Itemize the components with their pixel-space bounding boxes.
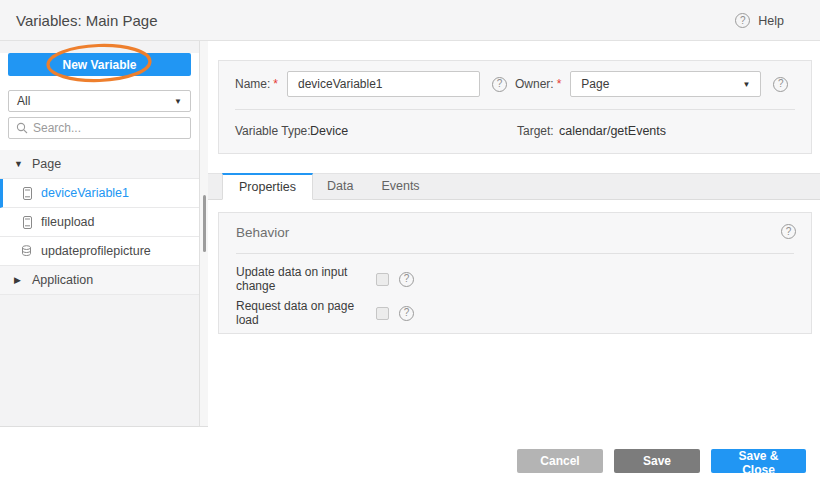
owner-selected-value: Page: [581, 77, 742, 91]
name-field-group: Name: *: [235, 71, 507, 97]
tree-item-label: deviceVariable1: [41, 186, 129, 200]
owner-select[interactable]: Page: [570, 71, 761, 97]
update-data-label: Update data on input change: [236, 265, 376, 293]
name-input[interactable]: [287, 71, 480, 97]
scrollbar-thumb[interactable]: [203, 195, 206, 252]
tab-data[interactable]: Data: [313, 174, 367, 199]
update-data-checkbox[interactable]: [376, 273, 389, 286]
update-data-help-icon[interactable]: [399, 272, 414, 287]
device-variable-icon: [21, 216, 33, 229]
request-data-label: Request data on page load: [236, 299, 376, 327]
type-target-row: Variable Type: Device Target: calendar/g…: [219, 121, 811, 141]
search-icon: [16, 122, 28, 134]
device-variable-icon: [21, 187, 33, 200]
request-data-help-icon[interactable]: [399, 306, 414, 321]
tree-item-updateprofilepicture[interactable]: updateprofilepicture: [0, 237, 199, 266]
variable-type-label: Variable Type:: [235, 121, 311, 141]
variables-tree: Page deviceVariable1 fileupload updatepr…: [0, 150, 199, 295]
tab-events[interactable]: Events: [367, 174, 433, 199]
sidebar-controls: New Variable All: [0, 53, 199, 150]
required-marker: *: [273, 77, 278, 91]
variables-sidebar: New Variable All Page deviceVar: [0, 41, 199, 427]
tab-properties[interactable]: Properties: [222, 173, 313, 200]
save-button[interactable]: Save: [614, 449, 700, 473]
detail-tabs: Properties Data Events: [208, 173, 820, 200]
search-input[interactable]: [33, 121, 188, 135]
dialog-header: Variables: Main Page Help: [0, 0, 820, 41]
tree-group-label: Page: [32, 157, 61, 171]
dialog-footer: Cancel Save Save & Close: [517, 449, 806, 473]
divider: [235, 109, 795, 110]
owner-help-icon[interactable]: [773, 77, 788, 92]
variables-dialog: Variables: Main Page Help New Variable A…: [0, 0, 820, 486]
request-data-checkbox[interactable]: [376, 307, 389, 320]
owner-label: Owner:: [515, 77, 554, 91]
help-link[interactable]: Help: [735, 0, 784, 41]
help-icon: [735, 13, 750, 28]
service-variable-icon: [21, 245, 33, 257]
variable-summary-box: Name: * Owner: * Page Variable Typ: [218, 60, 812, 154]
cancel-button[interactable]: Cancel: [517, 449, 603, 473]
collapse-icon[interactable]: [14, 159, 24, 169]
tree-item-fileupload[interactable]: fileupload: [0, 208, 199, 237]
name-help-icon[interactable]: [492, 77, 507, 92]
help-label: Help: [758, 14, 784, 28]
target-label: Target:: [517, 121, 554, 141]
name-label: Name:: [235, 77, 270, 91]
owner-field-group: Owner: * Page: [515, 71, 788, 97]
tree-group-application[interactable]: Application: [0, 266, 199, 295]
filter-selected-value: All: [17, 94, 174, 108]
save-and-close-button[interactable]: Save & Close: [711, 449, 806, 473]
tree-item-devicevariable1[interactable]: deviceVariable1: [0, 179, 199, 208]
behavior-section-title: Behavior: [236, 225, 289, 240]
sidebar-scrollbar: [199, 41, 208, 427]
target-value: calendar/getEvents: [559, 121, 666, 141]
expand-icon[interactable]: [14, 275, 24, 285]
tree-group-label: Application: [32, 273, 93, 287]
tree-item-label: updateprofilepicture: [41, 244, 151, 258]
tree-group-page[interactable]: Page: [0, 150, 199, 179]
request-data-option-row: Request data on page load: [236, 305, 414, 321]
divider: [236, 253, 794, 254]
chevron-down-icon: [742, 80, 750, 89]
chevron-down-icon: [174, 97, 182, 106]
tree-item-label: fileupload: [41, 215, 95, 229]
name-owner-row: Name: * Owner: * Page: [219, 71, 811, 97]
search-box: [8, 117, 191, 139]
behavior-help-icon[interactable]: [781, 224, 796, 239]
variable-type-value: Device: [310, 121, 348, 141]
variable-filter-select[interactable]: All: [8, 90, 191, 112]
page-title: Variables: Main Page: [16, 0, 157, 41]
behavior-section: Behavior Update data on input change Req…: [218, 212, 812, 334]
required-marker: *: [557, 77, 562, 91]
new-variable-button[interactable]: New Variable: [8, 53, 191, 76]
variable-detail-panel: Name: * Owner: * Page Variable Typ: [208, 41, 820, 486]
update-data-option-row: Update data on input change: [236, 271, 414, 287]
